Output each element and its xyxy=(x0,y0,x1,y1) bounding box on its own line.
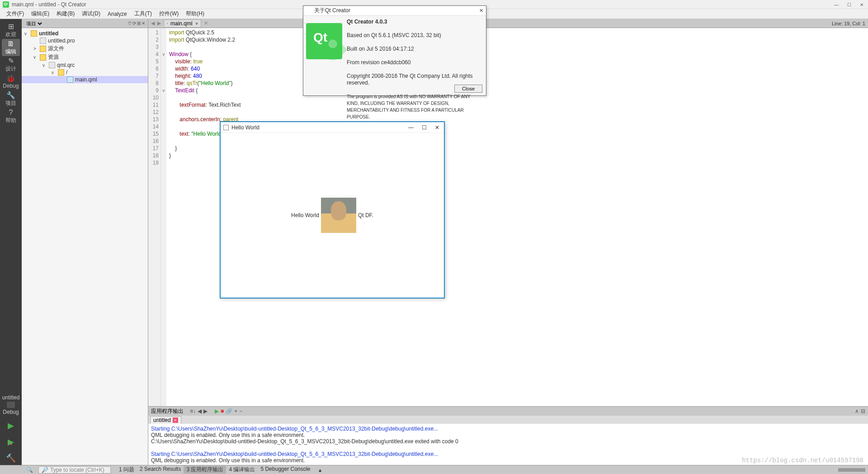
menu-item[interactable]: 调试(D) xyxy=(78,9,104,19)
about-dialog: 关于Qt Creator ✕ Qt Creator 4.0.3 Based on… xyxy=(303,5,486,96)
menu-item[interactable]: 文件(F) xyxy=(3,9,28,19)
cursor-position: Line: 19, Col: 1 xyxy=(832,21,865,26)
build-button[interactable]: 🔨 xyxy=(6,453,16,463)
output-tab[interactable]: untitled× xyxy=(150,416,181,424)
hello-title: Hello World xyxy=(231,124,259,131)
filter-icon[interactable]: ▽ xyxy=(128,21,132,26)
qt-icon xyxy=(3,1,9,8)
mode-编辑[interactable]: 🗎编辑 xyxy=(2,39,20,56)
about-based: Based on Qt 5.6.1 (MSVC 2013, 32 bit) xyxy=(347,32,441,38)
split-icon[interactable]: ⊞ xyxy=(137,21,141,26)
close-button[interactable]: ✕ xyxy=(435,124,439,131)
status-tab[interactable]: 2 Search Results xyxy=(137,466,184,474)
status-menu-icon[interactable]: ▴ xyxy=(319,467,321,473)
tree-item[interactable]: >源文件 xyxy=(22,44,148,53)
menu-item[interactable]: 编辑(E) xyxy=(28,9,53,19)
monitor-icon xyxy=(7,402,15,408)
output-next-icon[interactable]: ▶ xyxy=(203,408,208,414)
output-panel: 应用程序输出 ≡↓ ◀ ▶ ▶ ■ 🔗 + − ∧ ⊟ xyxy=(148,406,868,465)
maximize-button[interactable]: ☐ xyxy=(422,124,427,131)
app-icon xyxy=(223,125,229,130)
tree-item[interactable]: v资源 xyxy=(22,53,148,62)
project-tree[interactable]: vuntitleduntitled.pro>源文件v资源vqml.qrcv/ma… xyxy=(22,28,148,85)
output-rerun-icon[interactable]: ▶ xyxy=(215,408,219,414)
editor-toolbar: ◀ ▶ main.qml ▾ ✕ Line: 19, Col: 1 xyxy=(148,19,868,28)
close-pane-icon[interactable]: ✕ xyxy=(142,21,145,26)
sidebar-view-select[interactable]: 项目 xyxy=(24,20,43,27)
project-sidebar: 项目 ▽ ⟳ ⊞ ✕ vuntitleduntitled.pro>源文件v资源v… xyxy=(22,19,148,465)
about-disclaimer: The program is provided AS IS with NO WA… xyxy=(347,94,470,119)
output-title: 应用程序输出 xyxy=(151,408,184,415)
about-close-icon[interactable]: ✕ xyxy=(479,8,483,14)
output-add-icon[interactable]: + xyxy=(234,408,237,414)
status-tab[interactable]: 3 应用程序输出 xyxy=(184,466,226,474)
progress-bar xyxy=(838,468,865,472)
status-tab[interactable]: 1 问题 xyxy=(116,466,137,474)
output-stop-icon[interactable]: ■ xyxy=(221,408,224,414)
watermark: https://blog.csdn.net/u014597198 xyxy=(742,457,863,464)
tree-item[interactable]: main.qml xyxy=(22,76,148,83)
mode-设计[interactable]: ✎设计 xyxy=(2,56,20,73)
mode-帮助[interactable]: ?帮助 xyxy=(2,108,20,125)
output-prev-icon[interactable]: ◀ xyxy=(198,408,202,414)
about-title: 关于Qt Creator xyxy=(314,7,350,14)
qml-icon xyxy=(167,23,168,24)
locator-input[interactable]: 🔎Type to locate (Ctrl+K) xyxy=(38,466,111,474)
locator-icon[interactable]: 🔍 xyxy=(26,467,33,473)
window-title: main.qml - untitled - Qt Creator xyxy=(12,1,86,8)
hello-text-left[interactable]: Hello World xyxy=(291,212,319,218)
hello-text-right[interactable]: Qt DF. xyxy=(358,212,373,218)
avatar-image xyxy=(321,198,356,233)
mode-项目[interactable]: 🔧项目 xyxy=(2,90,20,108)
kit-selector[interactable]: untitled Debug xyxy=(1,393,21,416)
output-up-icon[interactable]: ∧ xyxy=(855,408,859,414)
status-tab[interactable]: 4 编译输出 xyxy=(226,466,258,474)
tree-item[interactable]: untitled.pro xyxy=(22,37,148,44)
hello-world-window: Hello World — ☐ ✕ Hello World Qt DF. xyxy=(220,121,445,299)
mode-Debug[interactable]: 🐞Debug xyxy=(2,73,20,90)
output-remove-icon[interactable]: − xyxy=(239,408,242,414)
qt-icon xyxy=(306,8,311,14)
tree-item[interactable]: vuntitled xyxy=(22,30,148,37)
run-button[interactable]: ▶ xyxy=(8,421,14,431)
sync-icon[interactable]: ⟳ xyxy=(132,21,136,26)
output-attach-icon[interactable]: 🔗 xyxy=(226,408,232,414)
output-filter-icon[interactable]: ≡↓ xyxy=(190,408,196,414)
nav-back-icon[interactable]: ◀ xyxy=(151,20,155,26)
output-close-icon[interactable]: ⊟ xyxy=(861,408,865,414)
minimize-button[interactable]: — xyxy=(830,0,843,9)
minimize-button[interactable]: — xyxy=(408,124,414,131)
window-controls: — ☐ ✕ xyxy=(830,0,868,9)
tree-item[interactable]: vqml.qrc xyxy=(22,62,148,69)
menu-item[interactable]: 控件(W) xyxy=(156,9,182,19)
mode-sidebar: ⊞欢迎🗎编辑✎设计🐞Debug🔧项目?帮助 untitled Debug ▶ ▶… xyxy=(0,19,22,465)
run-debug-button[interactable]: ▶● xyxy=(8,437,14,447)
menu-item[interactable]: Analyze xyxy=(104,10,131,18)
about-heading: Qt Creator 4.0.3 xyxy=(347,19,387,25)
nav-fwd-icon[interactable]: ▶ xyxy=(157,20,161,26)
open-file-dropdown[interactable]: main.qml ▾ xyxy=(164,19,201,28)
menu-item[interactable]: 构建(B) xyxy=(53,9,78,19)
maximize-button[interactable]: ☐ xyxy=(843,0,855,9)
close-button[interactable]: ✕ xyxy=(855,0,868,9)
about-copyright: Copyright 2008-2016 The Qt Company Ltd. … xyxy=(347,73,473,86)
about-close-button[interactable]: Close xyxy=(454,85,482,93)
about-revision: From revision ce4ddcb060 xyxy=(347,59,410,66)
close-icon[interactable]: × xyxy=(173,417,178,423)
menu-item[interactable]: 帮助(H) xyxy=(182,9,208,19)
menu-item[interactable]: 工具(T) xyxy=(131,9,156,19)
sidebar-header: 项目 ▽ ⟳ ⊞ ✕ xyxy=(22,19,148,28)
statusbar: 🔍 🔎Type to locate (Ctrl+K) 1 问题2 Search … xyxy=(0,465,868,474)
close-doc-icon[interactable]: ✕ xyxy=(204,20,208,26)
mode-欢迎[interactable]: ⊞欢迎 xyxy=(2,22,20,39)
qt-logo xyxy=(306,23,342,59)
about-built: Built on Jul 5 2016 04:17:12 xyxy=(347,46,414,52)
status-tab[interactable]: 5 Debugger Console xyxy=(258,466,313,474)
tree-item[interactable]: v/ xyxy=(22,69,148,76)
